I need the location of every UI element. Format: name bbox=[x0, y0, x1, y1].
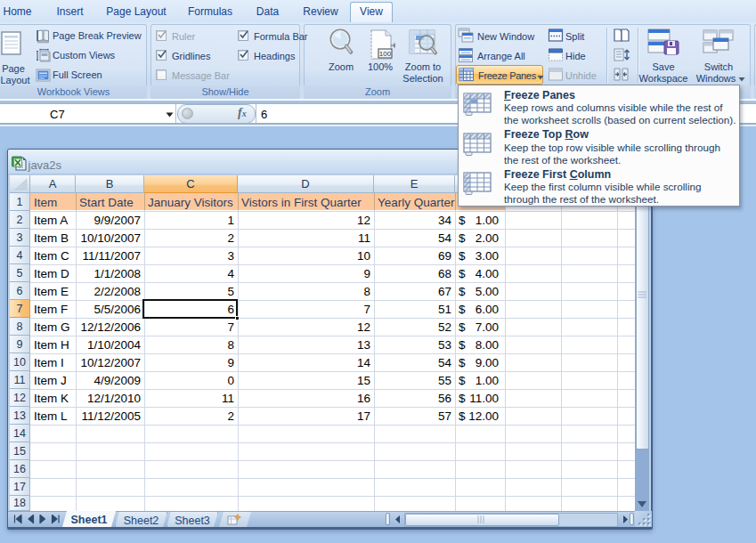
svg-text:100: 100 bbox=[379, 50, 392, 58]
